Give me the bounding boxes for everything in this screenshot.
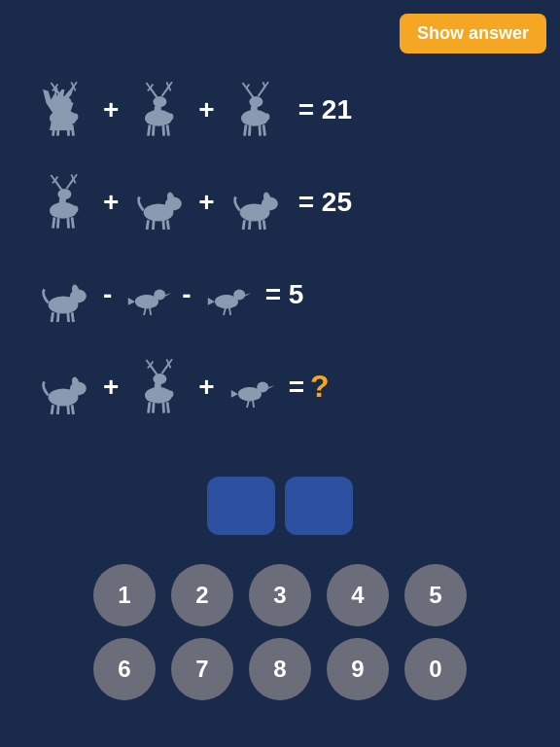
eq-r2: = 25 <box>298 187 352 218</box>
svg-line-27 <box>149 124 150 135</box>
puzzle-area: + + <box>0 68 560 438</box>
svg-line-21 <box>151 84 154 88</box>
svg-point-103 <box>68 388 78 396</box>
svg-line-76 <box>260 220 261 229</box>
num-btn-8[interactable]: 8 <box>249 638 311 700</box>
svg-line-121 <box>163 403 164 413</box>
eq-r1: = 21 <box>298 94 352 125</box>
op-r2-1: + <box>103 187 119 218</box>
svg-point-110 <box>154 374 167 384</box>
eq-r3: = 5 <box>265 279 304 310</box>
num-btn-9[interactable]: 9 <box>327 638 389 700</box>
svg-line-105 <box>57 405 58 413</box>
svg-line-5 <box>55 84 58 88</box>
deer-4 <box>124 353 192 421</box>
dog-4 <box>29 353 97 421</box>
svg-point-2 <box>57 96 71 107</box>
svg-line-13 <box>68 125 69 136</box>
dog-2b <box>221 168 289 236</box>
svg-marker-126 <box>268 385 274 389</box>
deer-1c <box>221 76 289 144</box>
svg-line-111 <box>151 365 158 374</box>
svg-point-61 <box>73 205 79 212</box>
answer-box-1[interactable] <box>207 477 275 535</box>
num-btn-3[interactable]: 3 <box>249 564 311 626</box>
svg-line-38 <box>258 87 264 96</box>
svg-line-120 <box>154 403 155 413</box>
svg-line-92 <box>150 307 151 314</box>
svg-line-51 <box>55 176 58 180</box>
svg-line-113 <box>151 361 154 365</box>
show-answer-button[interactable]: Show answer <box>400 14 546 53</box>
svg-line-9 <box>71 82 73 87</box>
svg-line-107 <box>72 405 73 414</box>
svg-line-69 <box>167 220 168 230</box>
num-btn-4[interactable]: 4 <box>327 564 389 626</box>
svg-line-75 <box>249 220 250 229</box>
op-r4-1: + <box>103 372 119 403</box>
answer-display <box>207 477 353 535</box>
svg-line-26 <box>169 87 171 90</box>
svg-line-85 <box>72 312 73 322</box>
svg-line-83 <box>57 312 58 321</box>
deer-1a <box>29 76 97 144</box>
svg-point-81 <box>68 296 78 303</box>
svg-line-37 <box>246 84 249 88</box>
num-btn-0[interactable]: 0 <box>404 638 467 700</box>
num-btn-6[interactable]: 6 <box>93 638 156 700</box>
svg-point-65 <box>163 203 173 211</box>
bird-3b <box>197 266 256 324</box>
svg-line-114 <box>148 365 151 368</box>
svg-marker-97 <box>207 298 214 305</box>
num-btn-1[interactable]: 1 <box>93 564 156 626</box>
svg-line-29 <box>163 125 164 136</box>
svg-line-74 <box>243 220 244 230</box>
op-r2-2: + <box>198 187 214 218</box>
svg-line-53 <box>67 179 74 189</box>
num-btn-7[interactable]: 7 <box>171 638 233 700</box>
svg-line-25 <box>167 82 169 87</box>
svg-point-15 <box>73 113 79 120</box>
svg-line-44 <box>263 124 264 135</box>
answer-box-2[interactable] <box>285 477 353 535</box>
svg-point-45 <box>264 113 270 120</box>
svg-line-50 <box>51 175 54 181</box>
num-btn-5[interactable]: 5 <box>404 564 467 626</box>
svg-line-4 <box>51 83 54 89</box>
svg-line-30 <box>167 124 168 135</box>
svg-line-99 <box>229 307 230 314</box>
bird-3a <box>118 266 176 324</box>
svg-line-42 <box>249 125 250 136</box>
bird-4 <box>221 358 279 416</box>
deer-1b <box>124 76 192 144</box>
svg-point-18 <box>154 96 167 107</box>
svg-point-73 <box>260 203 269 211</box>
deer-2 <box>29 168 97 236</box>
equation-row-4: + + <box>29 345 531 428</box>
op-r1-2: + <box>198 94 214 125</box>
svg-line-40 <box>262 82 264 87</box>
svg-marker-128 <box>231 390 238 398</box>
num-btn-2[interactable]: 2 <box>171 564 233 626</box>
op-r4-2: + <box>198 372 214 403</box>
svg-line-28 <box>154 125 155 136</box>
numpad: 1 2 3 4 5 6 7 8 9 0 <box>93 564 467 700</box>
svg-line-43 <box>260 125 261 136</box>
question-mark: ? <box>310 369 330 405</box>
equation-row-3: - - <box>29 253 531 336</box>
svg-line-12 <box>57 125 58 136</box>
svg-line-14 <box>72 124 73 135</box>
svg-line-130 <box>253 400 254 407</box>
svg-line-67 <box>154 220 155 229</box>
svg-line-52 <box>52 180 55 183</box>
op-r3-1: - <box>103 279 112 310</box>
svg-line-56 <box>74 179 76 183</box>
svg-line-82 <box>52 312 52 322</box>
svg-line-118 <box>169 364 171 368</box>
numpad-row-2: 6 7 8 9 0 <box>93 638 467 700</box>
svg-line-10 <box>74 87 76 90</box>
svg-point-31 <box>168 113 174 120</box>
svg-line-55 <box>71 174 73 179</box>
svg-point-48 <box>57 189 71 199</box>
equation-row-2: + + <box>29 160 531 243</box>
